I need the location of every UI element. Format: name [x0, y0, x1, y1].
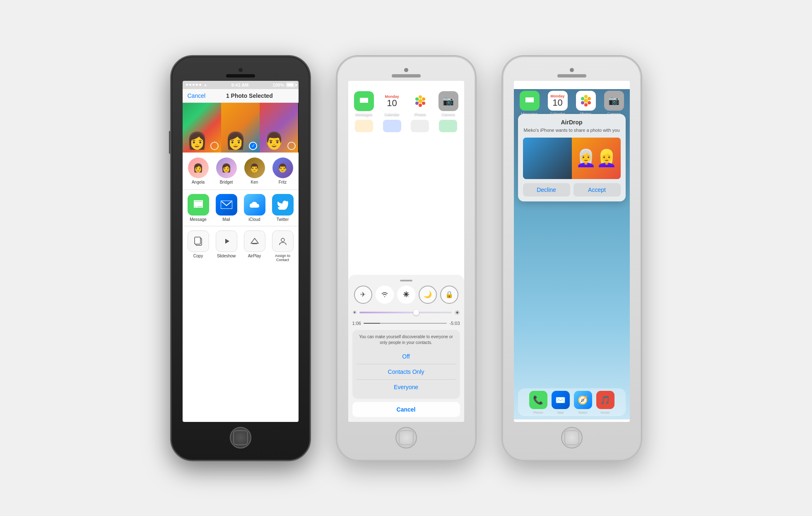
status-bar-2: ▲ 9:41 AM ✳ 100%	[348, 81, 464, 90]
share-twitter-label: Twitter	[277, 217, 289, 222]
decline-button[interactable]: Decline	[523, 183, 570, 196]
home-button-3[interactable]	[561, 427, 583, 448]
phone-top-2	[345, 64, 468, 81]
airdrop-cancel-button[interactable]: Cancel	[352, 402, 460, 417]
battery-icon-2	[452, 83, 461, 87]
photo-1[interactable]	[183, 103, 221, 153]
music-time-end: -5:03	[449, 321, 460, 326]
hs-camera-2[interactable]: 📷 Camera	[436, 91, 461, 116]
slideshow-icon	[216, 230, 237, 252]
svg-point-14	[584, 99, 588, 103]
airdrop-option-off[interactable]: Off	[357, 349, 456, 364]
screen-1: ▲ 9:41 AM 100% Cancel 1 Photo Selected ✓	[183, 81, 299, 422]
dock-mail[interactable]: ✉️ Mail	[552, 391, 570, 414]
preview-right-emoji: 👩‍🦳👱‍♀️	[572, 138, 621, 179]
contact-name-ken: Ken	[251, 180, 258, 184]
hs-camera-3[interactable]: 📷 Camera	[602, 91, 626, 116]
dock-music[interactable]: 🎵 Music	[596, 391, 614, 414]
signal-dot-5	[199, 84, 201, 86]
music-row: 1:06 -5:03	[352, 319, 460, 327]
action-assign-contact[interactable]: Assign toContact	[270, 230, 296, 263]
contact-ken[interactable]: 👨 Ken	[242, 157, 267, 184]
dock-phone[interactable]: 📞 Phone	[529, 391, 547, 414]
signal-dot-2-1	[352, 84, 354, 86]
action-slideshow[interactable]: Slideshow	[213, 230, 240, 263]
photo-2[interactable]: ✓	[221, 103, 260, 153]
svg-point-12	[415, 102, 419, 105]
camera-sensor-3	[570, 68, 574, 72]
signal-dot-3-4	[527, 84, 529, 86]
home-button-1[interactable]	[230, 427, 251, 448]
camera-sensor-2	[404, 68, 408, 72]
accept-button[interactable]: Accept	[573, 183, 621, 196]
camera-app-icon-2: 📷	[439, 91, 458, 111]
dock-safari-label: Safari	[578, 410, 587, 414]
hs-photos-3[interactable]: Photos	[573, 91, 598, 116]
avatar-angela: 👩	[188, 157, 209, 178]
phone-3: ▲ 9:41 AM 100% Messages Monday	[501, 55, 642, 461]
bluetooth-toggle[interactable]: ✳	[397, 286, 415, 304]
battery-pct-1: 100%	[272, 82, 284, 87]
calendar-app-icon-2: Monday 10	[382, 91, 402, 111]
svg-rect-2	[195, 237, 200, 244]
airdrop-notification: AirDrop Mieko's iPhone wants to share a …	[518, 114, 626, 201]
share-twitter[interactable]: Twitter	[270, 194, 296, 222]
contact-fritz[interactable]: 👨 Fritz	[270, 157, 295, 184]
share-message[interactable]: Message	[185, 194, 212, 222]
signal-dot-3-2	[520, 84, 523, 86]
share-icloud[interactable]: iCloud	[241, 194, 268, 222]
hs-messages-2[interactable]: Messages	[352, 91, 376, 116]
signal-dot-4	[196, 84, 198, 86]
dnd-toggle[interactable]: 🌙	[419, 286, 437, 304]
airdrop-photo-preview: 👩‍🦳👱‍♀️	[523, 138, 621, 179]
dock-music-label: Music	[601, 410, 610, 414]
svg-point-7	[418, 99, 422, 103]
copy-icon	[188, 230, 209, 252]
camera-sensor	[239, 68, 243, 72]
rotation-lock-toggle[interactable]: 🔒	[440, 286, 458, 304]
airplane-mode-toggle[interactable]: ✈	[354, 286, 372, 304]
hs-calendar-3[interactable]: Monday 10 Calendar	[545, 91, 570, 116]
signal-dots: ▲	[186, 83, 207, 87]
twitter-icon	[272, 194, 294, 216]
svg-point-6	[281, 238, 284, 242]
home-button-2[interactable]	[395, 427, 417, 448]
svg-point-17	[588, 101, 591, 104]
contact-name-bridget: Bridget	[220, 180, 233, 184]
svg-point-18	[584, 103, 588, 107]
battery-pct-3: 100%	[604, 82, 615, 87]
wifi-toggle[interactable]	[376, 286, 394, 304]
screen-2: ▲ 9:41 AM ✳ 100% Messages Monday 10	[348, 81, 464, 422]
action-copy[interactable]: Copy	[185, 230, 212, 263]
airdrop-option-contacts[interactable]: Contacts Only	[357, 364, 456, 380]
brightness-min-icon: ☀	[352, 310, 357, 315]
brightness-track	[359, 312, 452, 313]
partial-icon-4	[439, 120, 457, 132]
svg-point-16	[588, 97, 591, 100]
partial-icons-2	[348, 120, 464, 134]
brightness-max-icon: ☀	[454, 309, 460, 317]
airdrop-option-everyone[interactable]: Everyone	[357, 380, 456, 395]
photo-3[interactable]	[260, 103, 298, 153]
dock-safari[interactable]: 🧭 Safari	[574, 391, 592, 414]
svg-marker-4	[251, 238, 258, 243]
icloud-icon	[244, 194, 265, 216]
contact-bridget[interactable]: 👩 Bridget	[214, 157, 239, 184]
battery-icon-1	[286, 82, 295, 87]
dock-mail-label: Mail	[557, 410, 564, 414]
contact-angela[interactable]: 👩 Angela	[186, 157, 211, 184]
messages-label-2: Messages	[355, 112, 372, 116]
status-bar-1: ▲ 9:41 AM 100%	[183, 81, 299, 89]
hs-photos-2[interactable]: Photos	[408, 91, 433, 116]
copy-label: Copy	[193, 254, 203, 259]
hs-messages-3[interactable]: Messages	[517, 91, 542, 116]
brightness-slider[interactable]: ☀ ☀	[352, 309, 460, 317]
music-progress	[364, 323, 447, 324]
cancel-button[interactable]: Cancel	[188, 92, 206, 99]
svg-point-9	[422, 97, 425, 101]
hs-calendar-2[interactable]: Monday 10 Calendar	[380, 91, 405, 116]
power-button[interactable]	[169, 131, 171, 154]
action-airplay[interactable]: AirPlay	[241, 230, 268, 263]
share-mail[interactable]: Mail	[213, 194, 240, 222]
wifi-icon: ▲	[204, 83, 207, 87]
